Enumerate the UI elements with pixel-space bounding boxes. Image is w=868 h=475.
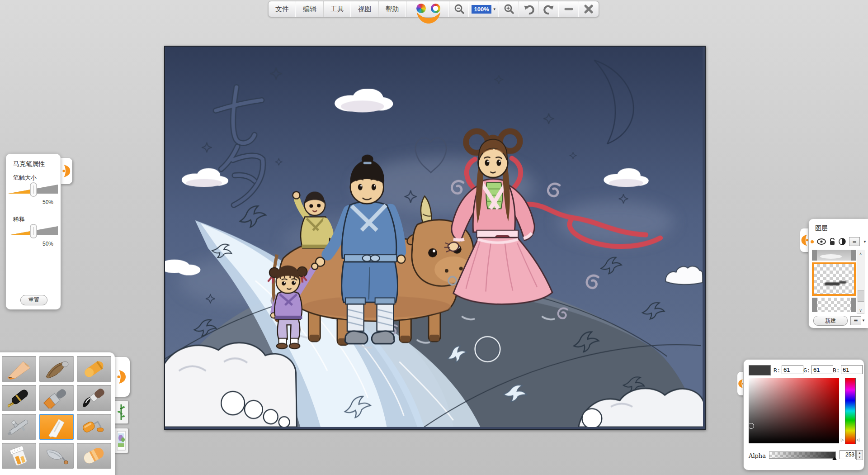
hue-marker-right-icon[interactable]: ◁ — [856, 437, 859, 442]
tool-pencil[interactable] — [2, 356, 36, 382]
minimize-button[interactable] — [559, 1, 579, 17]
layer-options-button[interactable]: ☰ — [850, 316, 861, 325]
app-logo-icon — [416, 4, 426, 13]
app-logo-icon-2 — [431, 4, 440, 13]
scroll-down-icon[interactable]: ∨ — [857, 307, 864, 314]
green-label: G: — [803, 367, 811, 374]
minimize-icon — [564, 4, 574, 14]
menu-file[interactable]: 文件 — [269, 1, 296, 17]
canvas-artwork: 七 夕 — [165, 47, 703, 427]
layer-lock-icon[interactable] — [829, 238, 835, 245]
current-color-swatch — [749, 365, 771, 375]
layers-panel: 图层 ☰ ▼ — [809, 219, 868, 328]
undo-button[interactable] — [519, 1, 539, 17]
tool-grid — [2, 356, 115, 469]
picture-stamp-icon — [117, 431, 126, 451]
layer-list-scrollbar[interactable]: ∧ ∨ — [857, 250, 864, 314]
redo-button[interactable] — [539, 1, 559, 17]
zoom-out-icon — [454, 4, 465, 14]
layer-menu-caret-icon[interactable]: ▼ — [863, 240, 867, 244]
layers-panel-title: 图层 — [815, 224, 828, 233]
hue-marker-left-icon[interactable]: ▷ — [841, 437, 844, 442]
red-input[interactable] — [782, 365, 803, 374]
panel-handle-icon — [801, 231, 809, 249]
zoom-level-control[interactable]: 100% ▼ — [469, 1, 499, 17]
layer-row-selected[interactable] — [812, 262, 856, 296]
app-logo — [406, 1, 449, 17]
tool-paint-roller[interactable] — [77, 414, 111, 440]
menu-help[interactable]: 帮助 — [379, 1, 406, 17]
airbrush-icon — [5, 417, 33, 437]
tool-paint-jar[interactable] — [2, 443, 36, 469]
tool-flat-brush[interactable] — [39, 385, 74, 411]
layer-row-top[interactable] — [812, 250, 856, 261]
ink-brush-icon — [80, 388, 108, 408]
tool-eraser[interactable] — [77, 443, 111, 469]
undo-icon — [523, 3, 535, 15]
zoom-in-button[interactable] — [499, 1, 519, 17]
panel-handle-icon — [62, 162, 71, 180]
bottom-left-clouds — [165, 343, 297, 427]
hue-slider[interactable] — [845, 378, 856, 444]
stamp-picture-button[interactable] — [113, 428, 128, 453]
layer-menu-button[interactable]: ☰ — [849, 237, 860, 246]
blue-input[interactable] — [841, 365, 863, 374]
panel-handle-icon — [738, 375, 744, 392]
menu-help-label: 帮助 — [386, 5, 399, 14]
alpha-marker-icon[interactable] — [832, 456, 837, 460]
new-layer-label: 新建 — [825, 317, 836, 325]
marker-icon — [42, 417, 71, 437]
dilution-value: 50% — [42, 241, 53, 247]
menu-tools-label: 工具 — [330, 5, 344, 14]
tool-fountain-pen[interactable] — [2, 385, 36, 411]
green-input[interactable] — [811, 365, 833, 374]
layers-panel-handle[interactable] — [800, 228, 809, 252]
dilution-slider[interactable] — [8, 223, 59, 239]
redo-icon — [543, 3, 555, 15]
menu-edit[interactable]: 编辑 — [296, 1, 324, 17]
saturation-value-field[interactable] — [749, 378, 839, 443]
red-label: R: — [774, 367, 781, 374]
scrollbar-thumb[interactable] — [858, 290, 864, 302]
zoom-out-button[interactable] — [449, 1, 469, 17]
pencil-icon — [5, 359, 33, 380]
tool-marker-selected[interactable] — [39, 414, 74, 440]
menu-view[interactable]: 视图 — [351, 1, 379, 17]
zoom-dropdown-caret-icon[interactable]: ▼ — [493, 7, 496, 11]
stamp-bamboo-button[interactable] — [113, 400, 128, 424]
scroll-up-icon[interactable]: ∧ — [857, 250, 864, 257]
menu-file-label: 文件 — [275, 5, 289, 14]
dilution-label: 稀释 — [13, 215, 25, 223]
alpha-spinner[interactable]: ▲ ▼ — [856, 450, 863, 460]
brush-size-slider[interactable] — [8, 182, 59, 197]
layer-options-caret-icon[interactable]: ▼ — [862, 318, 865, 323]
paint-jar-icon — [5, 446, 33, 466]
paint-roller-icon — [80, 417, 108, 437]
tool-ink-brush[interactable] — [77, 385, 111, 411]
reset-button[interactable]: 重置 — [20, 295, 47, 305]
alpha-slider[interactable] — [769, 451, 836, 459]
tool-palette-handle[interactable] — [113, 357, 130, 397]
tool-airbrush[interactable] — [2, 414, 36, 440]
marker-properties-panel: 马克笔属性 笔触大小 50% 稀释 50% 重置 — [6, 154, 61, 309]
alpha-input[interactable] — [840, 450, 856, 459]
sv-cursor-icon[interactable] — [748, 423, 754, 429]
zoom-in-icon — [504, 4, 514, 14]
close-button[interactable] — [579, 1, 599, 17]
drawing-canvas[interactable]: 七 夕 — [164, 46, 706, 430]
brush-size-label: 笔触大小 — [13, 174, 37, 182]
tool-palette-knife[interactable] — [39, 443, 74, 469]
spinner-down-icon[interactable]: ▼ — [857, 455, 863, 460]
tool-wood-pen[interactable] — [39, 356, 74, 382]
layer-visibility-eye-icon[interactable] — [817, 238, 826, 245]
layer-row-bottom[interactable] — [812, 298, 856, 312]
spinner-up-icon[interactable]: ▲ — [857, 451, 863, 455]
tool-crayon[interactable] — [77, 356, 111, 382]
marker-panel-handle[interactable] — [60, 158, 72, 184]
new-layer-button[interactable]: 新建 — [813, 316, 848, 326]
palette-knife-icon — [42, 446, 71, 466]
application-window: 七 夕 — [0, 0, 868, 475]
menu-tools[interactable]: 工具 — [324, 1, 351, 17]
layer-opacity-icon[interactable] — [839, 238, 846, 245]
blue-label: B: — [833, 367, 840, 374]
